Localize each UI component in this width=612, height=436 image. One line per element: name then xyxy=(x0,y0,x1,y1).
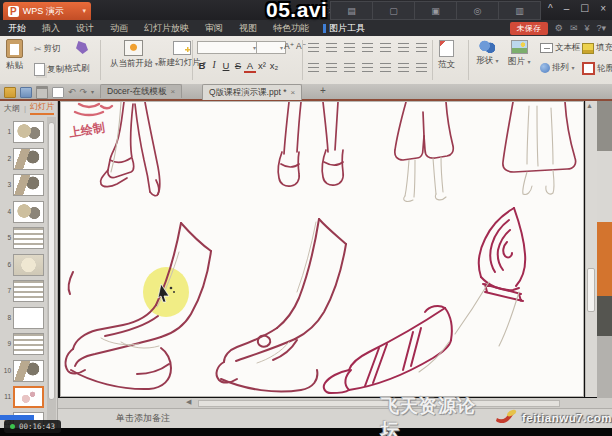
italic-button[interactable]: I xyxy=(208,60,220,73)
help-icon[interactable]: ?▾ xyxy=(596,23,606,33)
menu-picture-tools[interactable]: 图片工具 xyxy=(317,22,371,35)
slide-thumbnail[interactable]: 9 xyxy=(0,333,46,357)
align-right-icon[interactable] xyxy=(344,63,355,72)
scroll-left-icon[interactable]: ◀ xyxy=(186,398,191,406)
collapse-ribbon-button[interactable]: ^ xyxy=(548,2,553,16)
tab-outline[interactable]: 大纲 xyxy=(4,103,20,114)
undo-icon[interactable]: ↶ xyxy=(68,88,76,97)
close-tab-icon[interactable]: × xyxy=(171,87,176,96)
menu-insert[interactable]: 插入 xyxy=(34,22,68,35)
slide-canvas[interactable]: 上绘制 xyxy=(60,101,584,397)
slide-thumbnail[interactable]: 4 xyxy=(0,201,46,225)
fanwen-button[interactable]: 范文 xyxy=(438,40,455,71)
tab-docer-online-templates[interactable]: Docer-在线模板 × xyxy=(100,84,182,98)
font-format-row: B I U S A x² x₂ xyxy=(196,60,280,73)
canvas-vscrollbar-track[interactable] xyxy=(585,101,597,397)
app-name: WPS 演示 xyxy=(23,5,64,18)
slide-thumbnail[interactable]: 7 xyxy=(0,280,46,304)
arrange-button[interactable]: 排列 ▾ xyxy=(540,62,574,74)
slide-thumbnail[interactable]: 10 xyxy=(0,360,46,384)
slide-number: 1 xyxy=(0,128,11,135)
strikethrough-button[interactable]: S xyxy=(232,60,244,73)
close-button[interactable]: × xyxy=(600,2,606,16)
menu-home[interactable]: 开始 xyxy=(0,22,34,35)
grow-font-button[interactable]: A⁺ xyxy=(284,41,294,51)
vertical-align-icon[interactable] xyxy=(398,63,409,72)
open-file-icon[interactable] xyxy=(4,87,16,98)
font-name-select[interactable]: ▾ xyxy=(197,41,259,54)
menu-animation[interactable]: 动画 xyxy=(102,22,136,35)
outline-button[interactable]: 轮廓 xyxy=(582,62,612,75)
bullets-icon[interactable] xyxy=(308,43,319,52)
numbering-icon[interactable] xyxy=(326,43,337,52)
menu-design[interactable]: 设计 xyxy=(68,22,102,35)
menu-review[interactable]: 审阅 xyxy=(197,22,231,35)
print-icon[interactable] xyxy=(36,86,48,99)
grid-view-icon[interactable]: ▥ xyxy=(498,2,540,19)
close-tab-icon[interactable]: × xyxy=(290,88,295,97)
store-icon[interactable]: ¥ xyxy=(584,23,589,33)
watermark: 飞天资源论坛 feitianwu7.com xyxy=(381,394,612,436)
distribute-icon[interactable] xyxy=(380,63,391,72)
superscript-button[interactable]: x² xyxy=(256,60,268,73)
picture-button[interactable]: 图片 ▾ xyxy=(508,40,530,68)
slide-thumbnail[interactable]: 8 xyxy=(0,307,46,331)
recording-dot-icon xyxy=(10,424,15,429)
layout-view-icon[interactable]: ▤ xyxy=(331,2,372,19)
paste-button[interactable]: 粘贴 xyxy=(6,39,23,72)
fill-button[interactable]: 填充 xyxy=(582,42,612,54)
slide-thumbnail[interactable]: 3 xyxy=(0,174,46,198)
tab-current-presentation[interactable]: Q版课程演示课.ppt * × xyxy=(202,84,302,100)
bold-button[interactable]: B xyxy=(196,60,208,73)
minimize-button[interactable]: – xyxy=(564,2,570,16)
autofit-text-icon[interactable] xyxy=(416,63,427,72)
new-tab-button[interactable]: + xyxy=(320,85,326,96)
play-from-current-button[interactable]: 从当前开始 ▾ xyxy=(110,40,158,70)
tab-slides[interactable]: 幻灯片 xyxy=(30,101,54,115)
justify-icon[interactable] xyxy=(362,63,373,72)
font-size-select[interactable]: ▾ xyxy=(256,41,286,54)
copy-button[interactable]: 复制 xyxy=(34,63,64,76)
text-direction-icon[interactable] xyxy=(416,43,427,52)
menu-view[interactable]: 视图 xyxy=(231,22,265,35)
menu-special-features[interactable]: 特色功能 xyxy=(265,22,317,35)
notes-placeholder[interactable]: 单击添加备注 xyxy=(116,412,170,425)
font-color-button[interactable]: A xyxy=(244,60,256,73)
textbox-button[interactable]: 文本框 ▾ xyxy=(540,42,586,54)
scroll-up-icon[interactable]: ▲ xyxy=(586,102,593,109)
shapes-label: 形状 ▾ xyxy=(476,55,498,67)
window-view-icon[interactable]: ▣ xyxy=(414,2,456,19)
slide-thumbnail[interactable]: 5 xyxy=(0,227,46,251)
save-icon[interactable] xyxy=(20,87,32,98)
slide-thumbnail-selected[interactable]: 11 xyxy=(0,386,46,410)
ribbon-divider xyxy=(468,40,469,80)
format-painter-button[interactable]: 格式刷 xyxy=(64,63,90,75)
align-left-icon[interactable] xyxy=(308,63,319,72)
print-preview-icon[interactable] xyxy=(52,87,64,98)
redo-icon[interactable]: ↷ xyxy=(80,88,88,97)
subscript-button[interactable]: x₂ xyxy=(268,60,280,73)
chevron-down-icon[interactable]: ▾ xyxy=(91,88,94,97)
settings-gear-icon[interactable]: ⚙ xyxy=(555,23,563,33)
shapes-button[interactable]: 形状 ▾ xyxy=(476,40,498,67)
line-spacing-icon[interactable] xyxy=(380,43,391,52)
cut-button[interactable]: ✂ 剪切 xyxy=(34,43,61,55)
align-center-icon[interactable] xyxy=(326,63,337,72)
watermark-brush-icon xyxy=(495,409,518,427)
slide-thumbnail[interactable]: 2 xyxy=(0,148,46,172)
indent-increase-icon[interactable] xyxy=(362,43,373,52)
unsaved-badge[interactable]: 未保存 xyxy=(510,22,548,35)
menu-slideshow[interactable]: 幻灯片放映 xyxy=(136,22,197,35)
slide-thumbnail[interactable]: 1 xyxy=(0,121,46,145)
help-view-icon[interactable]: ◎ xyxy=(456,2,498,19)
underline-button[interactable]: U xyxy=(220,60,232,73)
app-menu-button[interactable]: P WPS 演示 ▾ xyxy=(3,2,91,20)
canvas-vscrollbar-thumb[interactable] xyxy=(587,268,595,312)
maximize-button[interactable]: ☐ xyxy=(580,2,589,16)
indent-decrease-icon[interactable] xyxy=(344,43,355,52)
sidebar-scrollbar-thumb[interactable] xyxy=(48,122,55,400)
message-icon[interactable]: ✉ xyxy=(570,23,578,33)
columns-icon[interactable] xyxy=(398,43,409,52)
slide-thumbnail[interactable]: 6 xyxy=(0,254,46,278)
normal-view-icon[interactable]: ▢ xyxy=(372,2,414,19)
